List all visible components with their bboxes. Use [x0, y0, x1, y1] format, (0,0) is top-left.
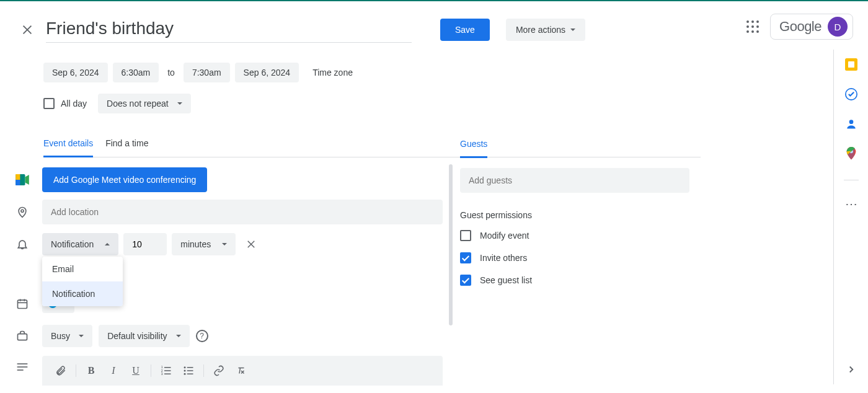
link-icon[interactable] — [209, 361, 229, 381]
close-icon[interactable] — [15, 17, 40, 42]
all-day-checkbox[interactable] — [43, 98, 55, 109]
side-panel: ⋯ — [833, 50, 868, 384]
clear-formatting-icon[interactable] — [231, 361, 251, 381]
availability-dropdown[interactable]: Busy — [42, 325, 92, 347]
top-right-controls: Google D — [745, 14, 853, 40]
notification-type-menu: Email Notification — [42, 257, 123, 306]
svg-rect-18 — [18, 300, 27, 308]
italic-icon[interactable]: I — [104, 361, 123, 381]
modify-event-label: Modify event — [480, 231, 529, 241]
side-separator — [844, 180, 859, 180]
svg-rect-39 — [848, 61, 854, 68]
contacts-app-icon[interactable] — [845, 118, 857, 130]
scrollbar[interactable] — [449, 164, 453, 325]
tab-find-a-time[interactable]: Find a time — [105, 138, 148, 157]
svg-rect-26 — [164, 367, 171, 368]
svg-rect-13 — [16, 180, 20, 185]
svg-text:3: 3 — [161, 372, 163, 376]
svg-rect-36 — [187, 370, 193, 371]
notification-option-email[interactable]: Email — [42, 257, 123, 281]
visibility-dropdown[interactable]: Default visibility — [99, 325, 189, 347]
svg-point-2 — [756, 20, 759, 23]
svg-point-33 — [184, 370, 186, 372]
google-apps-icon[interactable] — [745, 19, 760, 34]
start-date-chip[interactable]: Sep 6, 2024 — [43, 63, 108, 82]
svg-rect-12 — [16, 174, 20, 180]
see-guest-list-checkbox[interactable] — [460, 275, 471, 286]
notification-option-notification[interactable]: Notification — [42, 281, 123, 306]
location-input[interactable] — [42, 200, 443, 224]
guests-heading: Guests — [460, 139, 487, 158]
chevron-down-icon — [176, 335, 181, 337]
guest-permissions-heading: Guest permissions — [460, 210, 689, 220]
end-time-chip[interactable]: 7:30am — [184, 63, 230, 82]
remove-notification-icon[interactable] — [241, 234, 262, 255]
svg-point-5 — [756, 25, 759, 28]
modify-event-checkbox[interactable] — [460, 230, 471, 241]
toolbar-separator — [203, 364, 204, 377]
chevron-down-icon — [570, 29, 575, 31]
timezone-button[interactable]: Time zone — [304, 63, 361, 82]
visibility-help-icon[interactable]: ? — [196, 330, 208, 342]
meet-icon — [15, 174, 30, 185]
svg-point-3 — [746, 25, 749, 28]
notification-unit-label: minutes — [180, 239, 211, 249]
svg-point-4 — [751, 25, 754, 28]
chevron-down-icon — [79, 335, 84, 337]
notification-value-input[interactable] — [123, 233, 167, 255]
availability-label: Busy — [51, 331, 70, 341]
visibility-label: Default visibility — [107, 331, 167, 341]
svg-point-6 — [746, 30, 749, 33]
notification-type-label: Notification — [51, 239, 94, 249]
invite-others-checkbox[interactable] — [460, 252, 471, 263]
svg-point-15 — [21, 210, 24, 212]
invite-others-label: Invite others — [480, 253, 527, 263]
attachment-icon[interactable] — [51, 361, 71, 381]
bullet-list-icon[interactable] — [179, 361, 198, 381]
location-icon — [15, 205, 30, 219]
svg-point-41 — [849, 120, 853, 124]
svg-marker-14 — [25, 175, 29, 185]
briefcase-icon — [15, 330, 30, 342]
keep-app-icon[interactable] — [845, 58, 857, 71]
svg-point-7 — [751, 30, 754, 33]
calendar-icon — [15, 298, 30, 310]
end-date-chip[interactable]: Sep 6, 2024 — [235, 63, 299, 82]
toolbar-separator — [151, 364, 151, 377]
svg-rect-22 — [18, 334, 27, 340]
google-account-badge[interactable]: Google D — [770, 14, 853, 40]
maps-app-icon[interactable] — [845, 148, 857, 160]
notification-icon — [15, 237, 30, 251]
chevron-up-icon — [105, 243, 110, 245]
to-label: to — [164, 68, 179, 77]
svg-rect-37 — [187, 374, 193, 375]
event-title-input[interactable] — [46, 16, 412, 43]
more-actions-button[interactable]: More actions — [506, 19, 585, 41]
chevron-down-icon — [177, 102, 182, 105]
numbered-list-icon[interactable]: 123 — [156, 361, 176, 381]
svg-rect-27 — [164, 370, 171, 371]
notification-type-dropdown[interactable]: Notification — [42, 233, 118, 255]
description-toolbar: B I U 123 — [42, 356, 443, 386]
notification-unit-dropdown[interactable]: minutes — [172, 233, 236, 255]
underline-icon[interactable]: U — [126, 361, 146, 381]
svg-point-8 — [756, 30, 759, 33]
svg-point-34 — [184, 373, 186, 375]
tasks-app-icon[interactable] — [845, 88, 857, 100]
tab-event-details[interactable]: Event details — [43, 138, 93, 157]
chevron-down-icon — [222, 243, 227, 245]
all-day-label: All day — [61, 99, 87, 108]
save-button[interactable]: Save — [440, 19, 490, 41]
recurrence-dropdown[interactable]: Does not repeat — [98, 94, 191, 113]
avatar: D — [828, 17, 848, 37]
svg-rect-28 — [164, 374, 171, 375]
add-meet-button[interactable]: Add Google Meet video conferencing — [42, 167, 207, 192]
bold-icon[interactable]: B — [81, 361, 101, 381]
google-logo-text: Google — [779, 19, 822, 35]
svg-point-1 — [751, 20, 754, 23]
collapse-panel-icon[interactable] — [845, 363, 857, 376]
more-addons-icon[interactable]: ⋯ — [845, 198, 857, 210]
svg-point-0 — [746, 20, 749, 23]
start-time-chip[interactable]: 6:30am — [113, 63, 159, 82]
add-guests-input[interactable] — [460, 168, 689, 193]
